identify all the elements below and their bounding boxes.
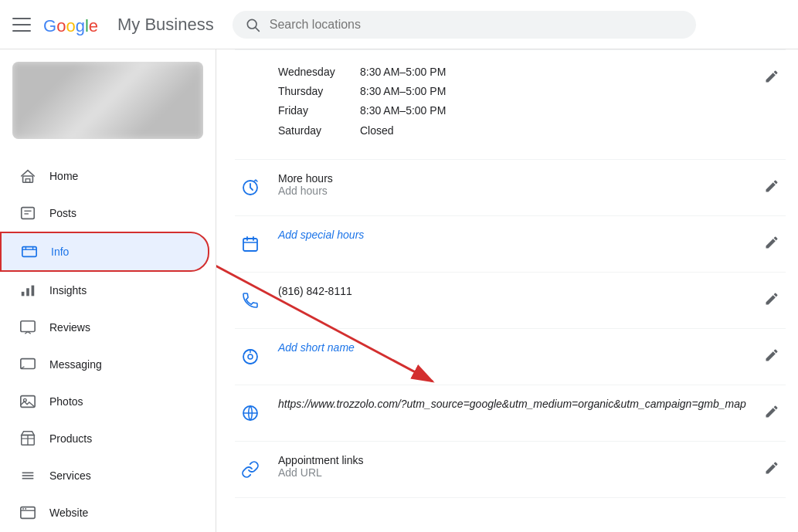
- more-hours-edit-button[interactable]: [758, 172, 786, 200]
- posts-icon: [19, 204, 37, 222]
- hours-list: Wednesday 8:30 AM–5:00 PM Thursday 8:30 …: [278, 63, 758, 147]
- appointment-row: Appointment links Add URL: [235, 442, 786, 498]
- sidebar-item-photos[interactable]: Photos: [0, 383, 209, 420]
- phone-edit-button[interactable]: [758, 285, 786, 313]
- google-logo-svg: Google: [43, 13, 114, 36]
- website-edit-button[interactable]: [758, 398, 786, 425]
- sidebar-nav: Home Posts: [0, 151, 216, 532]
- messaging-label: Messaging: [49, 358, 102, 371]
- day-wednesday: Wednesday: [278, 63, 348, 82]
- logo: Google My Business: [43, 13, 214, 36]
- day-thursday: Thursday: [278, 82, 348, 101]
- phone-icon: [235, 285, 266, 316]
- more-hours-icon: [235, 172, 266, 203]
- hamburger-menu-icon[interactable]: [12, 15, 31, 34]
- hours-content: Wednesday 8:30 AM–5:00 PM Thursday 8:30 …: [278, 63, 758, 147]
- sidebar-item-services[interactable]: Services: [0, 457, 209, 494]
- phone-row: (816) 842-8111: [235, 273, 786, 329]
- svg-rect-12: [22, 292, 25, 296]
- short-name-content: Add short name: [278, 341, 758, 354]
- services-label: Services: [49, 469, 91, 482]
- appointment-label: Appointment links: [278, 454, 758, 466]
- messaging-icon: [19, 355, 37, 374]
- svg-rect-8: [22, 247, 36, 257]
- app-container: Google My Business: [0, 0, 798, 532]
- day-saturday: Saturday: [278, 121, 348, 141]
- sidebar-item-website[interactable]: Website: [0, 494, 209, 531]
- svg-rect-14: [32, 286, 35, 296]
- search-bar[interactable]: [233, 11, 696, 39]
- more-hours-content: More hours Add hours: [278, 172, 758, 197]
- sidebar-item-products[interactable]: Products: [0, 420, 209, 457]
- svg-rect-5: [22, 208, 35, 219]
- svg-point-27: [22, 508, 24, 510]
- hours-edit-button[interactable]: [758, 63, 786, 90]
- appointment-content: Appointment links Add URL: [278, 454, 758, 479]
- reviews-label: Reviews: [49, 321, 90, 334]
- website-row: https://www.trozzolo.com/?utm_source=goo…: [235, 385, 786, 442]
- insights-icon: [19, 281, 37, 300]
- phone-number: (816) 842-8111: [278, 285, 758, 297]
- short-name-label: Add short name: [278, 341, 758, 354]
- appointment-icon: [235, 454, 266, 485]
- hours-row-wednesday: Wednesday 8:30 AM–5:00 PM: [278, 63, 758, 82]
- svg-line-2: [255, 27, 259, 31]
- search-icon: [245, 17, 260, 32]
- services-icon: [19, 466, 37, 485]
- photos-label: Photos: [49, 395, 83, 408]
- info-icon: [20, 242, 39, 261]
- short-name-edit-button[interactable]: [758, 341, 786, 369]
- day-friday: Friday: [278, 101, 348, 120]
- more-hours-label: More hours: [278, 172, 758, 185]
- time-friday: 8:30 AM–5:00 PM: [360, 101, 446, 120]
- sidebar: Home Posts: [0, 49, 216, 532]
- reviews-icon: [19, 318, 37, 337]
- photos-icon: [19, 392, 37, 411]
- home-label: Home: [49, 170, 78, 182]
- top-bar: Google My Business: [0, 0, 798, 49]
- special-hours-edit-button[interactable]: [758, 229, 786, 256]
- website-url-text: https://www.trozzolo.com/?utm_source=goo…: [278, 398, 758, 410]
- appointment-sublabel: Add URL: [278, 466, 758, 479]
- website-url-content: https://www.trozzolo.com/?utm_source=goo…: [278, 398, 758, 410]
- sidebar-item-insights[interactable]: Insights: [0, 272, 209, 309]
- svg-text:Google: Google: [43, 16, 98, 36]
- info-panel: Wednesday 8:30 AM–5:00 PM Thursday 8:30 …: [216, 49, 798, 532]
- sidebar-item-home[interactable]: Home: [0, 158, 209, 195]
- sidebar-item-reviews[interactable]: Reviews: [0, 309, 209, 346]
- products-label: Products: [49, 432, 92, 445]
- main-area: Home Posts: [0, 49, 798, 532]
- sidebar-item-posts[interactable]: Posts: [0, 195, 209, 232]
- hours-row-friday: Friday 8:30 AM–5:00 PM: [278, 101, 758, 120]
- svg-rect-13: [26, 288, 29, 296]
- special-hours-row: Add special hours: [235, 216, 786, 273]
- phone-content: (816) 842-8111: [278, 285, 758, 297]
- website-url-icon: [235, 398, 266, 429]
- appointment-edit-button[interactable]: [758, 454, 786, 482]
- svg-rect-4: [25, 179, 30, 183]
- business-avatar: [12, 62, 203, 139]
- special-hours-icon: [235, 229, 266, 259]
- hours-row-thursday: Thursday 8:30 AM–5:00 PM: [278, 82, 758, 101]
- search-input[interactable]: [270, 18, 684, 32]
- short-name-row: Add short name: [235, 329, 786, 385]
- more-hours-sublabel: Add hours: [278, 185, 758, 197]
- sidebar-item-messaging[interactable]: Messaging: [0, 346, 209, 383]
- hours-row: Wednesday 8:30 AM–5:00 PM Thursday 8:30 …: [235, 49, 786, 160]
- svg-line-31: [256, 180, 257, 181]
- more-hours-row: More hours Add hours: [235, 160, 786, 216]
- products-icon: [19, 429, 37, 448]
- svg-rect-32: [243, 239, 257, 251]
- special-hours-content: Add special hours: [278, 229, 758, 241]
- home-icon: [19, 167, 37, 185]
- my-business-text: My Business: [117, 15, 214, 35]
- info-label: Info: [51, 246, 69, 258]
- sidebar-item-info[interactable]: Info: [0, 232, 209, 272]
- svg-point-37: [248, 354, 253, 359]
- website-icon: [19, 503, 37, 522]
- time-wednesday: 8:30 AM–5:00 PM: [360, 63, 446, 82]
- hours-icon-spacer: [235, 63, 266, 93]
- time-saturday: Closed: [360, 121, 394, 141]
- special-hours-label: Add special hours: [278, 229, 758, 241]
- posts-label: Posts: [49, 207, 76, 219]
